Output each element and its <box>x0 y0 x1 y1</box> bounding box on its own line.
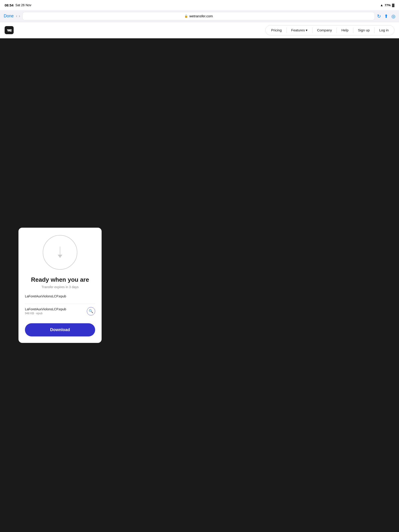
download-button[interactable]: Download <box>25 323 95 336</box>
browser-actions: ↻ ⬆ ◎ <box>377 13 395 19</box>
nav-login[interactable]: Log in <box>375 26 392 34</box>
chevron-down-icon: ▾ <box>306 28 308 32</box>
nav-divider-2 <box>312 27 312 33</box>
transfer-card: Ready when you are Transfer expires in 3… <box>19 228 101 343</box>
share-button[interactable]: ⬆ <box>384 13 388 19</box>
download-arrow-icon <box>58 247 62 258</box>
site-nav: 𝐰𝐞 Pricing Features ▾ Company Help Sign … <box>0 22 399 38</box>
status-bar: 08:54 Sat 26 Nov ▲ 77% ▓ <box>0 0 399 10</box>
file-preview-button[interactable]: 🔍 <box>87 307 95 315</box>
address-bar[interactable]: 🔒 wetransfer.com <box>22 12 375 20</box>
logo-icon: 𝐰𝐞 <box>5 26 14 34</box>
file-row-name: LaForetAuxViolonsLCP.epub <box>25 307 87 311</box>
search-icon: 🔍 <box>89 309 93 313</box>
nav-divider-3 <box>336 27 337 33</box>
arrow-head <box>58 255 62 258</box>
file-name-header: LaForetAuxViolonsLCP.epub <box>25 294 95 300</box>
nav-divider-4 <box>353 27 353 33</box>
lock-icon: 🔒 <box>184 14 188 18</box>
nav-features[interactable]: Features ▾ <box>287 26 311 34</box>
card-title: Ready when you are <box>25 276 95 283</box>
nav-links: Pricing Features ▾ Company Help Sign up … <box>265 25 394 35</box>
status-left: 08:54 Sat 26 Nov <box>5 3 32 7</box>
done-button[interactable]: Done <box>4 14 14 19</box>
wifi-icon: ▲ <box>380 3 383 7</box>
nav-help[interactable]: Help <box>338 26 352 34</box>
nav-company[interactable]: Company <box>313 26 336 34</box>
nav-signup[interactable]: Sign up <box>354 26 373 34</box>
main-content: Ready when you are Transfer expires in 3… <box>0 38 399 532</box>
battery-percent: 77% <box>385 3 391 7</box>
nav-pricing[interactable]: Pricing <box>267 26 285 34</box>
download-circle <box>43 235 77 270</box>
back-button[interactable]: ‹ <box>16 14 17 19</box>
battery-icon: ▓ <box>392 3 394 7</box>
reload-button[interactable]: ↻ <box>377 13 381 19</box>
nav-divider-1 <box>286 27 286 33</box>
nav-divider-5 <box>374 27 374 33</box>
url-text: wetransfer.com <box>189 14 213 18</box>
browser-bar: Done ‹ › 🔒 wetransfer.com ↻ ⬆ ◎ <box>0 10 399 22</box>
nav-arrows: ‹ › <box>16 14 20 19</box>
file-row: LaForetAuxViolonsLCP.epub 948 KB · epub … <box>25 304 95 319</box>
logo: 𝐰𝐞 <box>5 26 14 34</box>
status-date: Sat 26 Nov <box>15 3 31 7</box>
file-meta: 948 KB · epub <box>25 312 87 315</box>
status-right: ▲ 77% ▓ <box>380 3 394 7</box>
card-subtitle: Transfer expires in 3 days <box>25 285 95 289</box>
compass-button[interactable]: ◎ <box>391 13 395 19</box>
status-time: 08:54 <box>5 3 13 7</box>
file-info: LaForetAuxViolonsLCP.epub 948 KB · epub <box>25 307 87 315</box>
arrow-line <box>60 247 60 255</box>
forward-button[interactable]: › <box>19 14 20 19</box>
